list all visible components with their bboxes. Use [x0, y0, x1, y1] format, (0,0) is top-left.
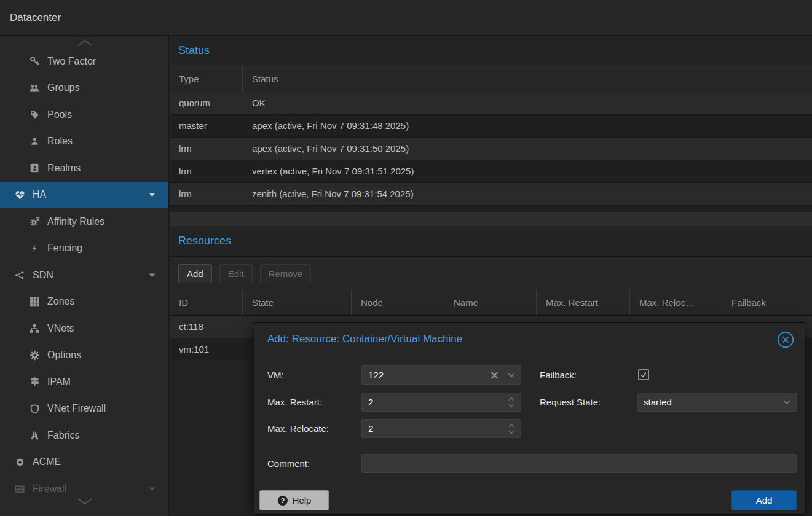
page-title: Datacenter [10, 0, 61, 36]
sidebar-item-label: Roles [47, 136, 73, 147]
max-restart-field [361, 393, 521, 412]
request-state-label: Request State: [540, 393, 601, 412]
gear-icon [27, 350, 42, 361]
status-table-body: quorumOKmasterapex (active, Fri Nov 7 09… [170, 92, 812, 206]
resources-table-header: IDStateNodeNameMax. RestartMax. Reloc…Fa… [170, 290, 812, 316]
column-header-type[interactable]: Type [170, 66, 243, 92]
failback-checkbox[interactable] [638, 369, 649, 380]
table-cell: zenith (active, Fri Nov 7 09:31:54 2025) [243, 183, 812, 205]
sidebar-item-affinity-rules[interactable]: Affinity Rules [0, 208, 169, 235]
sidebar-item-ha[interactable]: HA [0, 182, 169, 209]
comment-field [361, 454, 797, 473]
sidebar-item-ipam[interactable]: IPAM [0, 369, 169, 396]
sidebar-item-label: Groups [47, 82, 79, 93]
table-cell: lrm [170, 160, 243, 182]
column-header-id[interactable]: ID [170, 290, 243, 315]
question-icon: ? [277, 495, 288, 506]
top-bar: Datacenter [0, 0, 812, 36]
sidebar-item-fencing[interactable]: Fencing [0, 235, 169, 262]
sidebar-scroll-down[interactable] [0, 495, 169, 507]
clear-icon[interactable] [491, 371, 499, 379]
sidebar-nav: Two FactorGroupsPoolsRolesRealmsHAAffini… [0, 48, 169, 504]
sidebar-item-label: HA [33, 189, 46, 200]
sidebar-item-label: Pools [47, 109, 72, 120]
dialog-title: Add: Resource: Container/Virtual Machine [267, 323, 462, 355]
sidebar-item-label: ACME [33, 456, 61, 467]
sidebar-item-label: Affinity Rules [47, 216, 104, 227]
sidebar-item-label: SDN [33, 270, 53, 281]
sidebar-item-pools[interactable]: Pools [0, 101, 169, 128]
chevron-down-icon[interactable] [508, 373, 515, 378]
sidebar-item-realms[interactable]: Realms [0, 155, 169, 182]
sidebar-item-label: Fencing [47, 243, 82, 254]
column-header-status[interactable]: Status [243, 66, 812, 92]
table-row[interactable]: lrmzenith (active, Fri Nov 7 09:31:54 20… [170, 183, 812, 206]
spinner-icon[interactable] [508, 396, 515, 408]
sidebar-item-vnet-firewall[interactable]: VNet Firewall [0, 396, 169, 423]
share-nodes-icon [12, 270, 27, 281]
comment-label: Comment: [267, 454, 310, 473]
dialog-header: Add: Resource: Container/Virtual Machine [254, 323, 805, 355]
failback-label: Failback: [540, 366, 577, 385]
comment-input[interactable] [362, 455, 796, 472]
shield-icon [27, 403, 42, 414]
tag-icon [27, 109, 42, 120]
sidebar-item-zones[interactable]: Zones [0, 289, 169, 316]
sidebar-item-acme[interactable]: ACME [0, 449, 169, 476]
sidebar-item-vnets[interactable]: VNets [0, 315, 169, 342]
chevron-down-icon[interactable] [783, 400, 790, 405]
max-relocate-input[interactable] [362, 420, 521, 437]
caret-down-icon[interactable] [149, 273, 156, 278]
table-cell: ct:118 [170, 316, 243, 338]
sidebar-item-roles[interactable]: Roles [0, 128, 169, 155]
column-header-max-reloc-[interactable]: Max. Reloc… [630, 290, 722, 315]
table-cell: apex (active, Fri Nov 7 09:31:50 2025) [243, 138, 812, 160]
caret-down-icon[interactable] [149, 487, 156, 491]
column-header-state[interactable]: State [243, 290, 352, 315]
request-state-select[interactable]: started [637, 393, 797, 412]
table-row[interactable]: lrmapex (active, Fri Nov 7 09:31:50 2025… [170, 138, 812, 160]
spinner-icon[interactable] [508, 423, 515, 435]
table-row[interactable]: quorumOK [170, 92, 812, 115]
table-row[interactable]: masterapex (active, Fri Nov 7 09:31:48 2… [170, 115, 812, 138]
sidebar-item-fabrics[interactable]: Fabrics [0, 422, 169, 449]
column-header-name[interactable]: Name [444, 290, 537, 315]
sidebar-item-sdn[interactable]: SDN [0, 262, 169, 289]
max-restart-input[interactable] [362, 393, 521, 411]
table-row[interactable]: lrmvertex (active, Fri Nov 7 09:31:51 20… [170, 160, 812, 183]
help-button[interactable]: ? Help [259, 490, 329, 510]
table-cell: quorum [170, 92, 243, 114]
close-icon[interactable] [776, 330, 795, 349]
add-button-label: Add [756, 495, 773, 506]
column-header-node[interactable]: Node [352, 290, 444, 315]
sitemap-icon [27, 323, 42, 334]
add-resource-dialog: Add: Resource: Container/Virtual Machine… [254, 322, 805, 515]
table-cell: vertex (active, Fri Nov 7 09:31:51 2025) [243, 160, 812, 182]
max-relocate-field [361, 419, 521, 438]
sidebar-item-label: Realms [47, 163, 81, 174]
table-cell: lrm [170, 183, 243, 205]
chevron-down-icon [76, 498, 94, 505]
chevron-up-icon [76, 39, 94, 47]
sidebar: Two FactorGroupsPoolsRolesRealmsHAAffini… [0, 36, 169, 516]
sidebar-item-two-factor[interactable]: Two Factor [0, 48, 169, 75]
bolt-icon [27, 243, 42, 254]
sidebar-item-label: Zones [47, 296, 74, 307]
add-button[interactable]: Add [731, 490, 797, 510]
users-icon [27, 82, 42, 93]
sidebar-scroll-up[interactable] [0, 37, 169, 49]
add-button[interactable]: Add [178, 264, 212, 283]
sidebar-item-options[interactable]: Options [0, 342, 169, 369]
status-panel-header: Status [170, 36, 812, 66]
caret-down-icon[interactable] [149, 192, 156, 197]
sidebar-item-label: Fabrics [47, 430, 79, 441]
column-header-failback[interactable]: Failback [722, 290, 812, 315]
user-icon [27, 136, 42, 147]
sidebar-item-groups[interactable]: Groups [0, 75, 169, 102]
heartbeat-icon [12, 189, 27, 200]
max-restart-label: Max. Restart: [267, 393, 322, 412]
column-header-max-restart[interactable]: Max. Restart [537, 290, 630, 315]
vm-label: VM: [267, 366, 284, 385]
request-state-value: started [644, 393, 672, 411]
key-icon [27, 56, 42, 67]
